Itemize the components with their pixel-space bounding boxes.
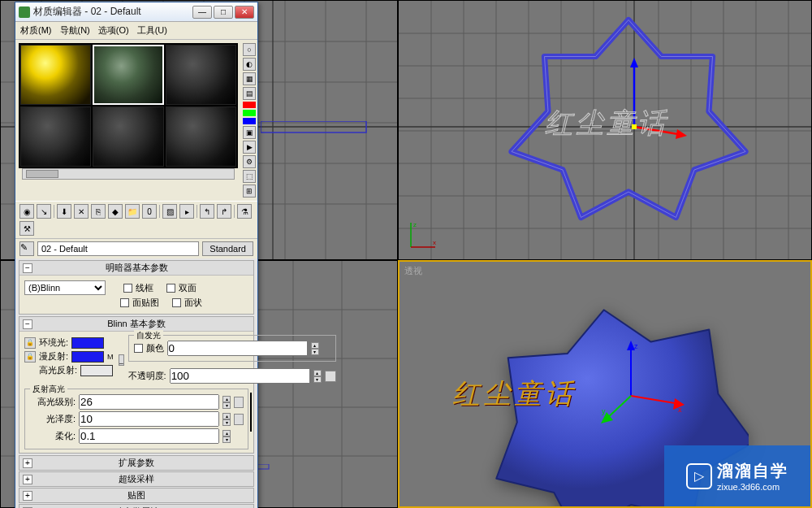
minimize-button[interactable]: — <box>192 6 212 19</box>
menu-options[interactable]: 选项(O) <box>98 24 129 37</box>
transform-gizmo[interactable] <box>614 58 687 147</box>
assign-icon[interactable]: ⬇ <box>57 204 71 219</box>
brand-name: 溜溜自学 <box>717 460 788 482</box>
swatch-green[interactable] <box>243 110 256 116</box>
collapsed-rollouts: +扩展参数 +超级采样 +贴图 +动力学属性 +DirectX 管理器 +men… <box>19 455 254 508</box>
background-icon[interactable]: ▦ <box>243 72 256 85</box>
material-slot-1[interactable] <box>20 45 91 105</box>
sample-uv-icon[interactable]: ▤ <box>243 87 256 100</box>
rollout-extended[interactable]: +扩展参数 <box>19 455 254 471</box>
shader-params-rollout: −明暗器基本参数 (B)Blinn 线框 双面 面贴图 面状 <box>19 260 254 315</box>
lock-diffuse-icon[interactable]: 🔒 <box>24 351 36 363</box>
material-slot-6[interactable] <box>166 106 236 167</box>
spinner[interactable]: ▴▾ <box>222 413 231 426</box>
make-unique-icon[interactable]: ◆ <box>108 204 123 219</box>
lock-ad-icon[interactable]: ⎯ <box>119 354 124 366</box>
swatch-red[interactable] <box>243 102 256 108</box>
material-name-input[interactable] <box>37 241 199 256</box>
self-illum-input[interactable] <box>167 341 308 356</box>
rollout-maps[interactable]: +贴图 <box>19 488 254 503</box>
material-slot-5[interactable] <box>93 106 163 167</box>
options-icon[interactable]: ⚙ <box>243 155 256 168</box>
app-icon <box>19 7 30 18</box>
material-slot-4[interactable] <box>20 106 91 167</box>
self-illum-checkbox[interactable] <box>134 344 143 353</box>
viewport-label: 透视 <box>404 265 422 277</box>
menubar: 材质(M) 导航(N) 选项(O) 工具(U) <box>15 22 257 40</box>
go-sibling-icon[interactable]: ↱ <box>217 204 231 219</box>
object-wire-top <box>261 121 382 137</box>
select-by-mat-icon[interactable]: ⬚ <box>243 170 256 183</box>
diffuse-swatch[interactable] <box>71 351 104 363</box>
slots-layout-icon[interactable]: ⊞ <box>243 185 256 198</box>
ambient-swatch[interactable] <box>71 337 104 349</box>
menu-tools[interactable]: 工具(U) <box>137 24 167 37</box>
svg-text:z: z <box>634 342 638 350</box>
material-type-button[interactable]: Standard <box>202 241 253 256</box>
slots-scrollbar[interactable] <box>22 168 235 180</box>
svg-text:x: x <box>433 239 436 246</box>
make-copy-icon[interactable]: ⎘ <box>91 204 106 219</box>
video-check-icon[interactable]: ▣ <box>243 126 256 139</box>
svg-marker-41 <box>630 58 638 67</box>
gloss-map-button[interactable] <box>234 414 244 425</box>
put-to-scene-icon[interactable]: ↘ <box>37 204 51 219</box>
put-library-icon[interactable]: 📁 <box>125 204 140 219</box>
spinner[interactable]: ▴▾ <box>311 342 319 355</box>
backlight-icon[interactable]: ◐ <box>243 58 256 71</box>
tool-a-icon[interactable]: ⚗ <box>237 204 252 219</box>
swatch-blue[interactable] <box>243 118 256 124</box>
rollout-dynamics[interactable]: +动力学属性 <box>19 504 254 508</box>
reset-icon[interactable]: ✕ <box>74 204 89 219</box>
play-icon: ▷ <box>686 463 712 489</box>
corner-axes-icon: zx <box>407 219 439 251</box>
spinner[interactable]: ▴▾ <box>313 370 322 383</box>
close-button[interactable]: ✕ <box>235 6 254 19</box>
soften-input[interactable] <box>79 428 219 444</box>
two-sided-checkbox[interactable] <box>166 284 175 293</box>
titlebar[interactable]: 材质编辑器 - 02 - Default — □ ✕ <box>15 2 257 22</box>
svg-rect-44 <box>632 124 637 129</box>
get-material-icon[interactable]: ◉ <box>19 204 34 219</box>
main-toolbar: ◉ ↘ ⬇ ✕ ⎘ ◆ 📁 0 ▨ ▸ ↰ ↱ ⚗ ⚒ <box>15 201 257 239</box>
transform-gizmo-persp[interactable]: zxy <box>598 339 688 428</box>
facemap-checkbox[interactable] <box>120 298 129 307</box>
viewport-perspective[interactable]: 透视 zxy 红尘童话 ▷ 溜溜自学zixue.3d66.com <box>398 260 812 508</box>
side-toolbar: ○ ◐ ▦ ▤ ▣ ▶ ⚙ ⬚ ⊞ <box>241 40 257 201</box>
show-map-icon[interactable]: ▨ <box>162 204 177 219</box>
spec-map-button[interactable] <box>234 397 244 408</box>
svg-line-64 <box>631 396 680 404</box>
specular-swatch[interactable] <box>80 365 113 376</box>
window-title: 材质编辑器 - 02 - Default <box>33 5 189 19</box>
brand-url: zixue.3d66.com <box>717 482 788 492</box>
tool-b-icon[interactable]: ⚒ <box>19 221 34 236</box>
rollout-header[interactable]: −明暗器基本参数 <box>19 261 253 276</box>
blinn-params-rollout: −Blinn 基本参数 🔒环境光: 🔒漫反射:M 高光反射: ⎯ 自发光 颜色▴… <box>19 316 254 454</box>
spinner[interactable]: ▴▾ <box>222 396 231 409</box>
go-parent-icon[interactable]: ↰ <box>200 204 214 219</box>
material-slot-3[interactable] <box>166 45 236 105</box>
opacity-map-button[interactable] <box>325 371 336 382</box>
wire-checkbox[interactable] <box>123 284 132 293</box>
svg-line-42 <box>634 127 683 135</box>
spec-level-input[interactable] <box>79 394 219 410</box>
brand-watermark: ▷ 溜溜自学zixue.3d66.com <box>664 445 810 506</box>
lock-ambient-icon[interactable]: 🔒 <box>24 337 36 349</box>
opacity-input[interactable] <box>170 368 310 384</box>
shader-select[interactable]: (B)Blinn <box>24 280 106 295</box>
preview-icon[interactable]: ▶ <box>243 141 256 154</box>
gloss-input[interactable] <box>79 411 219 427</box>
svg-text:z: z <box>413 221 417 228</box>
sample-type-icon[interactable]: ○ <box>243 43 256 56</box>
mat-id-icon[interactable]: 0 <box>142 204 157 219</box>
faceted-checkbox[interactable] <box>172 298 181 307</box>
rollout-supersample[interactable]: +超级采样 <box>19 471 254 487</box>
material-slot-2[interactable] <box>93 45 163 105</box>
menu-material[interactable]: 材质(M) <box>20 24 52 37</box>
menu-navigate[interactable]: 导航(N) <box>60 24 90 37</box>
show-end-icon[interactable]: ▸ <box>179 204 194 219</box>
maximize-button[interactable]: □ <box>214 6 233 19</box>
pick-material-icon[interactable]: ✎ <box>19 241 34 256</box>
viewport-top-right[interactable]: 红尘童话 zx <box>398 0 812 260</box>
spinner[interactable]: ▴▾ <box>222 430 231 443</box>
